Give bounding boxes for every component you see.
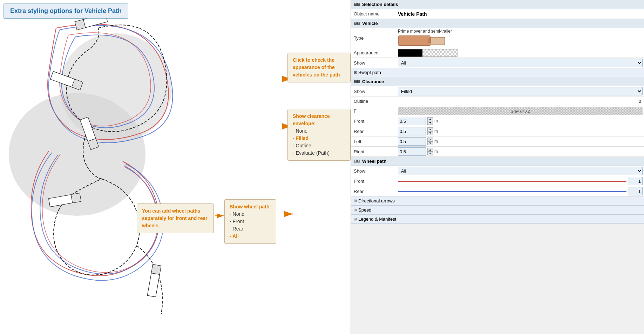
wheel-show-select[interactable]: All None Front Rear xyxy=(398,167,643,175)
wheel-show-label: Show xyxy=(351,167,396,175)
svg-rect-12 xyxy=(71,193,81,203)
left-spinner[interactable]: ▲ ▼ xyxy=(427,138,433,145)
legend-toggle-icon: ⊞ xyxy=(354,217,357,221)
section-speed-header[interactable]: ⊞ Speed xyxy=(351,206,644,215)
front-input-group: ▲ ▼ m xyxy=(398,117,643,125)
callout-appearance-text: Click to check the appearance of the veh… xyxy=(293,57,340,78)
wheel-opt-all: - All xyxy=(230,233,239,239)
section-wheel-header[interactable]: ⊟ Wheel path xyxy=(351,157,644,166)
right-input[interactable] xyxy=(398,147,426,156)
clearance-show-row: Show Filled None Outline Evaluate (Path) xyxy=(351,86,644,96)
section-selection-header[interactable]: ⊟ Selection details xyxy=(351,0,644,9)
right-up-btn[interactable]: ▲ xyxy=(427,148,433,152)
section-clearance-header[interactable]: ⊟ Clearance xyxy=(351,77,644,86)
appearance-row[interactable]: Appearance xyxy=(351,48,644,58)
fill-label: Fill xyxy=(351,107,396,115)
svg-rect-25 xyxy=(429,39,431,43)
left-unit: m xyxy=(434,139,438,144)
front-input[interactable] xyxy=(398,117,426,125)
section-legend-label: Legend & Manifest xyxy=(358,216,396,222)
right-row: Right ▲ ▼ m xyxy=(351,147,644,157)
swatch-black[interactable] xyxy=(398,49,422,57)
wheel-show-value[interactable]: All None Front Rear xyxy=(396,166,644,176)
wheel-front-input[interactable] xyxy=(629,177,643,185)
section-directional-label: Directional arrows xyxy=(358,198,395,203)
clearance-show-value[interactable]: Filled None Outline Evaluate (Path) xyxy=(396,86,644,96)
right-value[interactable]: ▲ ▼ m xyxy=(396,147,644,156)
show-select[interactable]: All None First Last xyxy=(398,59,643,67)
show-value[interactable]: All None First Last xyxy=(396,58,644,68)
vehicle-path-drawing xyxy=(0,0,351,334)
rear-input[interactable] xyxy=(398,127,426,135)
clearance-show-select[interactable]: Filled None Outline Evaluate (Path) xyxy=(398,87,643,95)
clearance-show-label: Show xyxy=(351,87,396,95)
left-up-btn[interactable]: ▲ xyxy=(427,138,433,141)
rear-unit: m xyxy=(434,129,438,134)
rear-row: Rear ▲ ▼ m xyxy=(351,126,644,136)
wheel-opt-rear: - Rear xyxy=(230,226,243,232)
vehicle-svg xyxy=(398,34,447,47)
speed-toggle-icon: ⊞ xyxy=(354,208,357,212)
section-vehicle-header[interactable]: ⊟ Vehicle xyxy=(351,19,644,28)
right-label: Right xyxy=(351,148,396,156)
type-row: Type Prime mover and semi-trailer xyxy=(351,28,644,48)
rear-down-btn[interactable]: ▼ xyxy=(427,131,433,135)
front-row: Front ▲ ▼ m xyxy=(351,116,644,126)
object-name-text: Vehicle Path xyxy=(398,11,427,17)
callout-appearance: Click to check the appearance of the veh… xyxy=(287,53,351,82)
swatch-checker[interactable] xyxy=(422,49,457,57)
right-unit: m xyxy=(434,149,438,154)
wheel-rear-label: Rear xyxy=(351,187,396,195)
callout-wheel-left: You can add wheel paths separately for f… xyxy=(137,203,214,233)
callout-wheel-right: Show wheel path: - None - Front - Rear -… xyxy=(224,199,276,244)
section-vehicle-label: Vehicle xyxy=(362,21,378,26)
wheel-rear-input[interactable] xyxy=(629,187,643,195)
section-speed-label: Speed xyxy=(358,207,372,213)
selection-toggle-icon: ⊟ xyxy=(354,2,360,7)
vehicle-toggle-icon: ⊟ xyxy=(354,21,360,26)
outline-input[interactable] xyxy=(398,99,643,104)
front-down-btn[interactable]: ▼ xyxy=(427,121,433,125)
outline-value[interactable] xyxy=(396,98,644,105)
object-name-label: Object name xyxy=(351,10,396,18)
wheel-rear-color-line[interactable] xyxy=(398,191,626,192)
right-down-btn[interactable]: ▼ xyxy=(427,152,433,155)
appearance-swatch[interactable] xyxy=(398,49,643,57)
wheel-front-color-line[interactable] xyxy=(398,181,626,182)
rear-up-btn[interactable]: ▲ xyxy=(427,127,433,131)
section-legend-header[interactable]: ⊞ Legend & Manifest xyxy=(351,215,644,224)
right-spinner[interactable]: ▲ ▼ xyxy=(427,148,433,155)
front-label: Front xyxy=(351,117,396,125)
type-value: Prime mover and semi-trailer xyxy=(396,28,644,48)
left-down-btn[interactable]: ▼ xyxy=(427,141,433,145)
wheel-rear-value[interactable] xyxy=(396,186,644,196)
front-value[interactable]: ▲ ▼ m xyxy=(396,116,644,126)
fill-row: Fill Gray α=0.2 xyxy=(351,106,644,116)
swept-toggle-icon: ⊞ xyxy=(354,70,357,75)
clearance-opt-none: - None xyxy=(293,128,307,134)
rear-spinner[interactable]: ▲ ▼ xyxy=(427,127,433,135)
directional-toggle-icon: ⊞ xyxy=(354,199,357,203)
front-up-btn[interactable]: ▲ xyxy=(427,117,433,121)
section-directional-header[interactable]: ⊞ Directional arrows xyxy=(351,196,644,206)
left-input[interactable] xyxy=(398,137,426,146)
callout-wheel-right-title: Show wheel path: xyxy=(230,204,271,209)
clearance-opt-evaluate: - Evaluate (Path) xyxy=(293,150,330,156)
svg-rect-15 xyxy=(151,265,161,275)
left-panel: Extra styling options for Vehicle Path xyxy=(0,0,351,334)
wheel-opt-front: - Front xyxy=(230,219,244,224)
wheel-front-label: Front xyxy=(351,177,396,185)
section-swept-header[interactable]: ⊞ Swept path xyxy=(351,68,644,77)
fill-gray-label: Gray α=0.2 xyxy=(511,109,530,113)
svg-rect-24 xyxy=(430,37,445,45)
outline-label: Outline xyxy=(351,97,396,105)
wheel-front-value[interactable] xyxy=(396,176,644,186)
left-value[interactable]: ▲ ▼ m xyxy=(396,136,644,146)
appearance-value[interactable] xyxy=(396,48,644,58)
callout-clearance-title: Show clearance envelope: xyxy=(293,113,330,126)
fill-swatch[interactable]: Gray α=0.2 xyxy=(398,107,643,115)
front-spinner[interactable]: ▲ ▼ xyxy=(427,117,433,125)
rear-value[interactable]: ▲ ▼ m xyxy=(396,126,644,136)
fill-value[interactable]: Gray α=0.2 xyxy=(396,107,644,116)
right-panel: ⊟ Selection details Object name Vehicle … xyxy=(351,0,644,334)
